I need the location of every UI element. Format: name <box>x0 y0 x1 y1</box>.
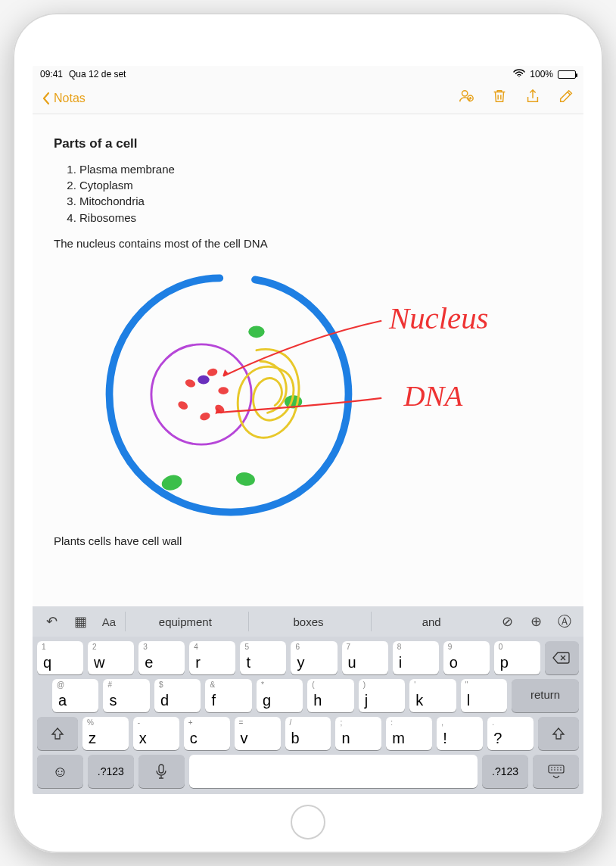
list-item: Mitochondria <box>79 194 562 209</box>
svg-point-13 <box>235 471 256 488</box>
note-list: Plasma membrane Cytoplasm Mitochondria R… <box>79 162 562 226</box>
svg-point-6 <box>176 400 189 411</box>
key-s[interactable]: #s <box>103 679 149 712</box>
suggestion[interactable]: boxes <box>248 612 369 631</box>
key-t[interactable]: 5t <box>240 641 286 674</box>
share-icon[interactable] <box>524 88 541 108</box>
list-item: Plasma membrane <box>79 162 562 177</box>
svg-rect-14 <box>159 765 163 773</box>
list-item: Ribosomes <box>79 210 562 226</box>
keyboard: ↶ ▦ Aa equipment boxes and ⊘ ⊕ Ⓐ 1q2w3e4… <box>33 606 583 794</box>
status-date: Qua 12 de set <box>69 69 126 79</box>
space-key[interactable] <box>189 755 478 788</box>
key-x[interactable]: -x <box>133 717 179 750</box>
shift-key[interactable] <box>538 717 579 750</box>
numbers-key[interactable]: .?123 <box>88 755 134 788</box>
key-y[interactable]: 6y <box>291 641 337 674</box>
ipad-frame: 09:41 Qua 12 de set 100% Notas <box>13 13 603 853</box>
back-label: Notas <box>54 92 86 105</box>
svg-point-0 <box>462 91 468 96</box>
return-key[interactable]: return <box>512 679 579 712</box>
wifi-icon <box>513 69 525 80</box>
key-c[interactable]: +c <box>184 717 230 750</box>
key-f[interactable]: &f <box>205 679 251 712</box>
format-icon[interactable]: Aa <box>96 610 122 633</box>
back-button[interactable]: Notas <box>42 92 86 105</box>
svg-point-3 <box>184 378 196 389</box>
mic-key[interactable] <box>138 755 185 788</box>
svg-point-10 <box>248 326 264 338</box>
svg-point-9 <box>198 375 210 385</box>
list-item: Cytoplasm <box>79 178 562 193</box>
key-d[interactable]: $d <box>154 679 201 712</box>
sketch-label-nucleus: Nucleus <box>388 301 489 335</box>
svg-point-4 <box>207 368 219 378</box>
key-b[interactable]: /b <box>285 717 331 750</box>
note-title: Parts of a cell <box>54 136 562 153</box>
undo-icon[interactable]: ↶ <box>39 610 64 633</box>
key-z[interactable]: %z <box>82 717 129 750</box>
svg-rect-15 <box>549 765 564 773</box>
key-?[interactable]: .? <box>487 717 534 750</box>
numbers-key[interactable]: .?123 <box>482 755 528 788</box>
svg-point-2 <box>151 344 251 444</box>
key-m[interactable]: :m <box>386 717 432 750</box>
key-i[interactable]: 8i <box>393 641 439 674</box>
cell-sketch: Nucleus DNA <box>54 262 562 527</box>
home-button[interactable] <box>291 805 325 840</box>
status-time: 09:41 <box>40 69 63 79</box>
key-j[interactable]: )j <box>359 679 405 712</box>
note-body[interactable]: Parts of a cell Plasma membrane Cytoplas… <box>33 114 583 606</box>
compose-icon[interactable] <box>558 88 574 108</box>
svg-point-7 <box>199 411 211 422</box>
suggestion[interactable]: equipment <box>125 612 245 631</box>
sketch-label-dna: DNA <box>403 379 462 412</box>
add-icon[interactable]: ⊕ <box>523 610 549 633</box>
emoji-key[interactable]: ☺ <box>37 755 83 788</box>
checklist-icon[interactable]: ⊘ <box>494 610 520 633</box>
key-k[interactable]: 'k <box>409 679 456 712</box>
screen: 09:41 Qua 12 de set 100% Notas <box>33 66 583 794</box>
key-p[interactable]: 0p <box>494 641 540 674</box>
suggestion[interactable]: and <box>371 612 491 631</box>
hide-keyboard-key[interactable] <box>533 755 579 788</box>
svg-point-5 <box>218 387 229 394</box>
trash-icon[interactable] <box>491 88 508 108</box>
key-h[interactable]: (h <box>307 679 353 712</box>
key-u[interactable]: 7u <box>342 641 388 674</box>
svg-point-8 <box>213 403 226 416</box>
nav-bar: Notas <box>33 83 583 114</box>
battery-pct: 100% <box>530 69 553 79</box>
add-person-icon[interactable] <box>458 88 474 108</box>
key-a[interactable]: @a <box>52 679 98 712</box>
shift-key[interactable] <box>37 717 78 750</box>
key-e[interactable]: 3e <box>138 641 185 674</box>
note-line: The nucleus contains most of the cell DN… <box>54 236 562 251</box>
key-w[interactable]: 2w <box>88 641 134 674</box>
key-v[interactable]: =v <box>235 717 281 750</box>
key-g[interactable]: *g <box>257 679 303 712</box>
battery-icon <box>558 70 576 79</box>
keyboard-toolbar: ↶ ▦ Aa equipment boxes and ⊘ ⊕ Ⓐ <box>33 606 583 637</box>
note-line: Plants cells have cell wall <box>54 534 562 549</box>
status-bar: 09:41 Qua 12 de set 100% <box>33 66 583 83</box>
key-![interactable]: ,! <box>437 717 483 750</box>
key-r[interactable]: 4r <box>189 641 235 674</box>
key-o[interactable]: 9o <box>443 641 490 674</box>
backspace-key[interactable] <box>545 641 579 674</box>
key-q[interactable]: 1q <box>37 641 83 674</box>
markup-icon[interactable]: Ⓐ <box>552 610 577 633</box>
table-icon[interactable]: ▦ <box>67 610 93 633</box>
key-n[interactable]: ;n <box>335 717 381 750</box>
key-l[interactable]: "l <box>461 679 507 712</box>
